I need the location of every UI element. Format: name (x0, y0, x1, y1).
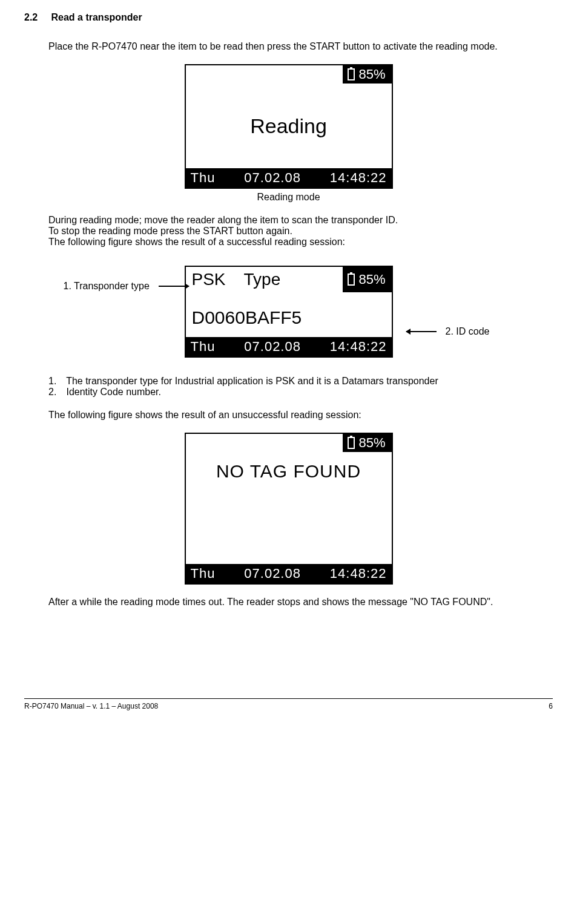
status-time: 14:48:22 (330, 339, 387, 355)
annotation-id-code: 2. ID code (446, 326, 490, 337)
status-date: 07.02.08 (244, 170, 301, 186)
battery-indicator: 85% (343, 65, 391, 84)
status-bar: Thu 07.02.08 14:48:22 (186, 337, 392, 356)
lcd-screen-2: PSK Type 85% D0060BAFF5 Thu 07.02.08 14:… (185, 266, 393, 358)
battery-icon (348, 68, 355, 80)
arrow-right-icon (159, 286, 189, 287)
lcd-screen-3: 85% NO TAG FOUND Thu 07.02.08 14:48:22 (185, 433, 393, 585)
figure-notag: 85% NO TAG FOUND Thu 07.02.08 14:48:22 (24, 433, 553, 585)
arrow-left-icon (406, 331, 437, 332)
status-day: Thu (191, 339, 216, 355)
status-day: Thu (191, 566, 216, 582)
battery-icon (348, 274, 355, 286)
lcd-id-code: D0060BAFF5 (192, 307, 302, 327)
lcd-notag-text: NO TAG FOUND (216, 461, 361, 482)
para-during-2: To stop the reading mode press the START… (48, 226, 553, 237)
section-title-text: Read a transponder (51, 12, 142, 22)
status-date: 07.02.08 (244, 566, 301, 582)
para-timeout: After a while the reading mode times out… (48, 597, 553, 608)
battery-percent: 85% (358, 67, 385, 82)
footer-page-number: 6 (549, 702, 553, 710)
para-during-3: The following figure shows the result of… (48, 237, 553, 247)
figure-caption: Reading mode (257, 192, 320, 203)
lcd-screen-1: 85% Reading Thu 07.02.08 14:48:22 (185, 64, 393, 189)
annotation-transponder-type: 1. Transponder type (64, 281, 150, 292)
list-item-1: 1. The transponder type for Industrial a… (48, 376, 553, 387)
battery-icon (348, 437, 355, 449)
status-time: 14:48:22 (330, 170, 387, 186)
lcd-main-text: Reading (250, 114, 327, 138)
figure-success: 1. Transponder type PSK Type 85% D0060BA… (185, 266, 393, 358)
status-day: Thu (191, 170, 216, 186)
para-unsuccessful: The following figure shows the result of… (48, 410, 553, 421)
para-during-1: During reading mode; move the reader alo… (48, 215, 553, 226)
footer-left: R-PO7470 Manual – v. 1.1 – August 2008 (24, 702, 158, 710)
status-date: 07.02.08 (244, 339, 301, 355)
battery-indicator: 85% (343, 434, 391, 452)
battery-indicator: 85% (343, 267, 391, 292)
lcd-type: Type (244, 270, 281, 289)
lcd-psk: PSK (192, 270, 226, 289)
battery-percent: 85% (358, 435, 385, 451)
status-bar: Thu 07.02.08 14:48:22 (186, 564, 392, 583)
section-number: 2.2 (24, 12, 38, 22)
section-heading: 2.2 Read a transponder (24, 12, 553, 23)
figure-reading-mode: 85% Reading Thu 07.02.08 14:48:22 Readin… (24, 64, 553, 203)
list-num-1: 1. (48, 376, 64, 387)
status-bar: Thu 07.02.08 14:48:22 (186, 168, 392, 188)
list-item-2: 2. Identity Code number. (48, 387, 553, 398)
para-intro: Place the R-PO7470 near the item to be r… (48, 41, 553, 52)
list-num-2: 2. (48, 387, 64, 398)
list-text-2: Identity Code number. (66, 387, 161, 397)
battery-percent: 85% (358, 272, 385, 287)
list-text-1: The transponder type for Industrial appl… (66, 376, 438, 386)
status-time: 14:48:22 (330, 566, 387, 582)
page-footer: R-PO7470 Manual – v. 1.1 – August 2008 6 (24, 698, 553, 710)
